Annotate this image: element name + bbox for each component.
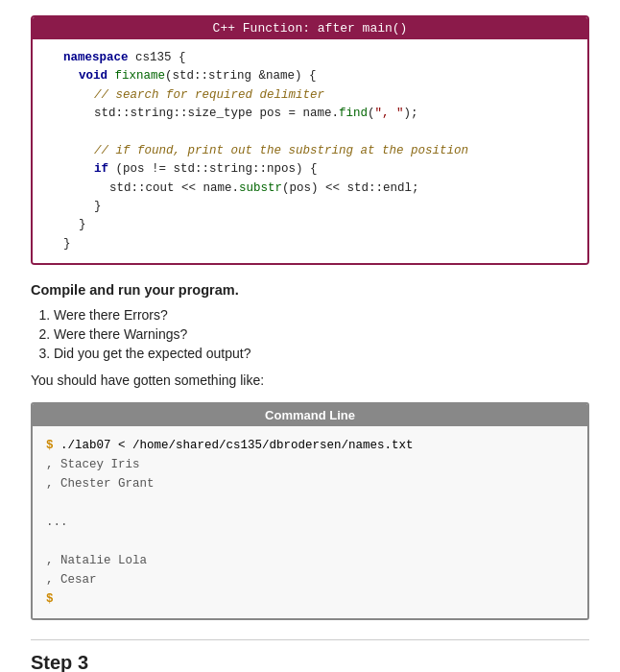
fn-substr: substr (239, 181, 282, 195)
cmd-block: Command Line $ ./lab07 < /home/shared/cs… (31, 402, 589, 620)
cmd-prompt-2: $ (46, 592, 54, 606)
code-line-4: std::string::size_type pos = name.find("… (48, 105, 572, 123)
cmd-title: Command Line (33, 404, 587, 426)
code-line-8: } (48, 198, 572, 216)
step-divider (31, 639, 589, 640)
kw-namespace: namespace (63, 51, 129, 64)
cmd-blank-1 (46, 493, 574, 513)
str-delim: ", " (375, 107, 404, 120)
compile-item-2: Were there Warnings? (54, 326, 589, 342)
compile-list: Were there Errors? Were there Warnings? … (54, 307, 589, 361)
cmd-output-1: , Stacey Iris (46, 455, 574, 474)
cmd-output-3: , Natalie Lola (46, 551, 574, 570)
cpp-block-title: C++ Function: after main() (33, 17, 587, 39)
cmd-end-prompt-line: $ (46, 589, 574, 609)
code-line-5: // if found, print out the substring at … (48, 142, 572, 160)
comment-if-found: // if found, print out the substring at … (94, 144, 468, 157)
cpp-code-block: C++ Function: after main() namespace cs1… (31, 15, 589, 265)
code-line-7: std::cout << name.substr(pos) << std::en… (48, 180, 572, 198)
cmd-content: $ ./lab07 < /home/shared/cs135/dbroderse… (33, 426, 587, 618)
code-line-9: } (48, 216, 572, 234)
code-line-3: // search for required delimiter (48, 86, 572, 105)
compile-item-3: Did you get the expected output? (54, 346, 589, 361)
code-line-blank (48, 124, 572, 142)
compile-heading: Compile and run your program. (31, 282, 589, 298)
cmd-output-2: , Chester Grant (46, 474, 574, 493)
cmd-output-4: , Cesar (46, 570, 574, 589)
cmd-command: ./lab07 < /home/shared/cs135/dbrodersen/… (54, 439, 414, 452)
cpp-title-text: C++ Function: after (213, 21, 363, 36)
cmd-ellipsis: ... (46, 513, 574, 532)
cpp-title-fn: main() (363, 21, 408, 36)
cmd-command-line: $ ./lab07 < /home/shared/cs135/dbroderse… (46, 436, 574, 455)
step3-heading: Step 3 (31, 652, 589, 672)
kw-if: if (94, 162, 108, 176)
fn-fixname: fixname (115, 69, 166, 83)
comment-search: // search for required delimiter (94, 88, 324, 102)
code-line-1: namespace cs135 { (48, 49, 572, 67)
code-line-6: if (pos != std::string::npos) { (48, 160, 572, 179)
cmd-blank-2 (46, 532, 574, 551)
fn-find: find (339, 107, 368, 120)
kw-void: void (79, 69, 107, 83)
code-line-10: } (48, 235, 572, 253)
code-line-2: void fixname(std::string &name) { (48, 67, 572, 85)
cmd-prompt-1: $ (46, 439, 54, 452)
cpp-code-content: namespace cs135 { void fixname(std::stri… (33, 39, 587, 263)
intro-text: You should have gotten something like: (31, 371, 589, 391)
compile-item-1: Were there Errors? (54, 307, 589, 323)
